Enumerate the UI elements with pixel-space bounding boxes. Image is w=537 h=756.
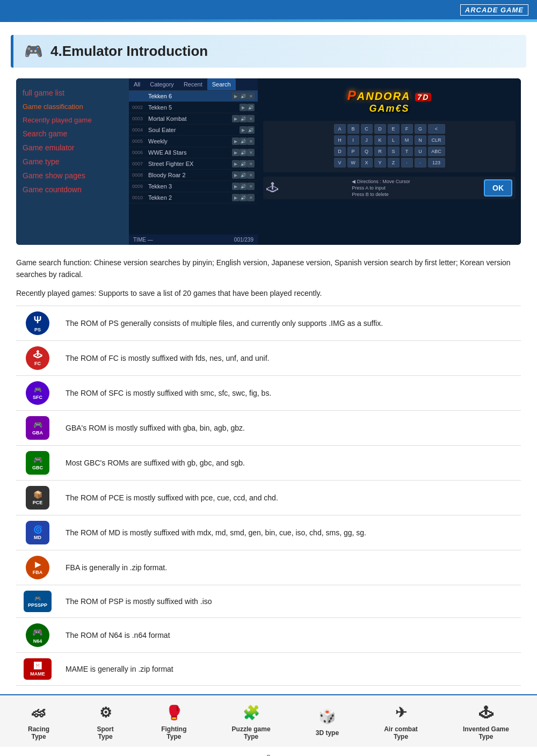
ok-button[interactable]: OK xyxy=(484,179,512,197)
top-bar: ARCADE GAME xyxy=(0,0,537,19)
kb-key-dot2[interactable]: · xyxy=(415,158,426,168)
game-row-3[interactable]: 0003 Mortal Kombat ▶ 🔊 ✕ xyxy=(129,113,258,125)
game-type-air: ✈ Air combatType xyxy=(384,702,418,740)
game-row-2[interactable]: 0002 Tekken 5 ▶ 🔊 xyxy=(129,102,258,113)
time-label: TIME — xyxy=(133,237,153,243)
ui-sidebar: full game list Game classification Recen… xyxy=(16,78,129,245)
kb-key-j[interactable]: J xyxy=(361,135,373,145)
sidebar-item-type[interactable]: Game type xyxy=(21,155,124,169)
count-display: 001/239 xyxy=(234,237,253,243)
rom-icon-cell-fba: ▶ FBA xyxy=(16,550,59,585)
sfc-badge: 🎮 SFC xyxy=(26,381,49,405)
rom-row-md: 🌀 MD The ROM of MD is mostly suffixed wi… xyxy=(16,515,521,550)
kb-key-back[interactable]: < xyxy=(428,124,445,134)
fighting-label: FightingType xyxy=(161,725,186,740)
invented-icon: 🕹 xyxy=(475,702,497,723)
kb-key-abc[interactable]: ABC xyxy=(428,147,445,156)
pce-badge: 📦 PCE xyxy=(26,486,49,510)
ui-game-rows: Tekken 6 ▶ 🔊 ✕ 0002 Tekken 5 ▶ 🔊 0003 Mo… xyxy=(129,91,258,235)
kb-row-3: D P Q R S T U ABC xyxy=(266,147,512,156)
gba-badge: 🎮 GBA xyxy=(26,416,49,440)
sidebar-item-search[interactable]: Search game xyxy=(21,127,124,141)
kb-key-p[interactable]: P xyxy=(347,147,359,156)
rom-text-fba: FBA is generally in .zip format. xyxy=(59,550,521,585)
kb-key-z[interactable]: Z xyxy=(388,158,400,168)
sidebar-item-classification[interactable]: Game classification xyxy=(21,100,124,113)
game-row-5[interactable]: 0005 Weekly ▶ 🔊 ✕ xyxy=(129,136,258,147)
rom-icon-cell-fc: 🕹 FC xyxy=(16,341,59,376)
game-type-racing: 🏎 RacingType xyxy=(28,702,49,740)
game-type-3d: 🎲 3D type xyxy=(316,706,339,737)
kb-key-x[interactable]: X xyxy=(361,158,373,168)
mame-badge: 🅼 MAME xyxy=(24,658,52,680)
rom-icon-cell-ps: Ψ PS xyxy=(16,306,59,341)
game-row-9[interactable]: 0009 Tekken 3 ▶ 🔊 ✕ xyxy=(129,181,258,192)
game-type-fighting: 🥊 FightingType xyxy=(161,702,186,740)
sidebar-item-recently-played[interactable]: Recently played game xyxy=(21,113,124,127)
game-row-8[interactable]: 0008 Bloody Roar 2 ▶ 🔊 ✕ xyxy=(129,170,258,181)
section-header: 🎮 4.Emulator Introduction xyxy=(11,35,526,68)
section-title: 4.Emulator Introduction xyxy=(50,43,208,60)
ui-gamelist: All Category Recent Search Tekken 6 ▶ 🔊 … xyxy=(129,78,258,245)
rom-text-md: The ROM of MD is mostly suffixed with md… xyxy=(59,515,521,550)
kb-key-u[interactable]: U xyxy=(415,147,426,156)
sidebar-item-countdown[interactable]: Game countdown xyxy=(21,183,124,197)
kb-key-123[interactable]: 123 xyxy=(428,158,445,168)
game-row-7[interactable]: 0007 Street Fighter EX ▶ 🔊 ✕ xyxy=(129,158,258,170)
sidebar-item-full-game-list[interactable]: full game list xyxy=(21,86,124,100)
kb-key-g[interactable]: G xyxy=(415,124,426,134)
3d-icon: 🎲 xyxy=(316,706,338,727)
game-row-10[interactable]: 0010 Tekken 2 ▶ 🔊 ✕ xyxy=(129,192,258,203)
psp-badge: 🎮 PPSSPP xyxy=(24,591,52,612)
control-input: Press A to input xyxy=(352,185,410,191)
kb-key-r[interactable]: R xyxy=(374,147,386,156)
racing-label: RacingType xyxy=(28,725,49,740)
ps-badge: Ψ PS xyxy=(26,311,49,335)
kb-key-h[interactable]: H xyxy=(334,135,346,145)
game-icon: ▶ xyxy=(232,92,240,100)
sidebar-item-show-pages[interactable]: Game show pages xyxy=(21,169,124,183)
game-row-6[interactable]: 0006 WWE All Stars ▶ 🔊 ✕ xyxy=(129,147,258,158)
kb-key-t[interactable]: T xyxy=(401,147,413,156)
kb-key-dot1[interactable]: · xyxy=(401,158,413,168)
kb-key-n[interactable]: N xyxy=(415,135,426,145)
kb-key-e[interactable]: E xyxy=(388,124,400,134)
kb-key-y[interactable]: Y xyxy=(374,158,386,168)
kb-key-w[interactable]: W xyxy=(347,158,359,168)
kb-key-s[interactable]: S xyxy=(388,147,400,156)
rom-text-sfc: The ROM of SFC is mostly suffixed with s… xyxy=(59,376,521,411)
rom-icon-cell-sfc: 🎮 SFC xyxy=(16,376,59,411)
tab-search[interactable]: Search xyxy=(207,78,236,90)
sidebar-item-emulator[interactable]: Game emulator xyxy=(21,141,124,155)
kb-key-clr[interactable]: CLR xyxy=(428,135,445,145)
kb-key-d[interactable]: D xyxy=(374,124,386,134)
tab-category[interactable]: Category xyxy=(145,78,179,90)
rom-row-mame: 🅼 MAME MAME is generally in .zip format xyxy=(16,653,521,686)
tab-recent[interactable]: Recent xyxy=(179,78,207,90)
rom-row-fba: ▶ FBA FBA is generally in .zip format. xyxy=(16,550,521,585)
accent-line xyxy=(0,19,537,22)
kb-key-a[interactable]: A xyxy=(334,124,346,134)
rom-text-ps: The ROM of PS generally consists of mult… xyxy=(59,306,521,341)
kb-key-m[interactable]: M xyxy=(401,135,413,145)
pandora-sub: GAm€S xyxy=(263,103,516,114)
top-bar-title: ARCADE GAME xyxy=(460,4,528,16)
game-row-1[interactable]: Tekken 6 ▶ 🔊 ✕ xyxy=(129,91,258,102)
rom-table: Ψ PS The ROM of PS generally consists of… xyxy=(16,306,521,686)
rom-icon-cell-pce: 📦 PCE xyxy=(16,481,59,515)
kb-key-c[interactable]: C xyxy=(361,124,373,134)
kb-key-v[interactable]: V xyxy=(334,158,346,168)
kb-key-f[interactable]: F xyxy=(401,124,413,134)
kb-key-l[interactable]: L xyxy=(388,135,400,145)
kb-key-d2[interactable]: D xyxy=(334,147,346,156)
puzzle-icon: 🧩 xyxy=(241,702,262,723)
kb-key-q[interactable]: Q xyxy=(361,147,373,156)
tab-all[interactable]: All xyxy=(129,78,145,90)
recently-description: Recently played games: Supports to save … xyxy=(16,287,521,299)
game-row-4[interactable]: 0004 Soul Eater ▶ 🔊 xyxy=(129,125,258,136)
kb-key-i[interactable]: I xyxy=(347,135,359,145)
kb-key-k[interactable]: K xyxy=(374,135,386,145)
kb-key-b[interactable]: B xyxy=(347,124,359,134)
rom-text-gbc: Most GBC's ROMs are suffixed with gb, gb… xyxy=(59,446,521,481)
rom-icon-cell-mame: 🅼 MAME xyxy=(16,653,59,686)
